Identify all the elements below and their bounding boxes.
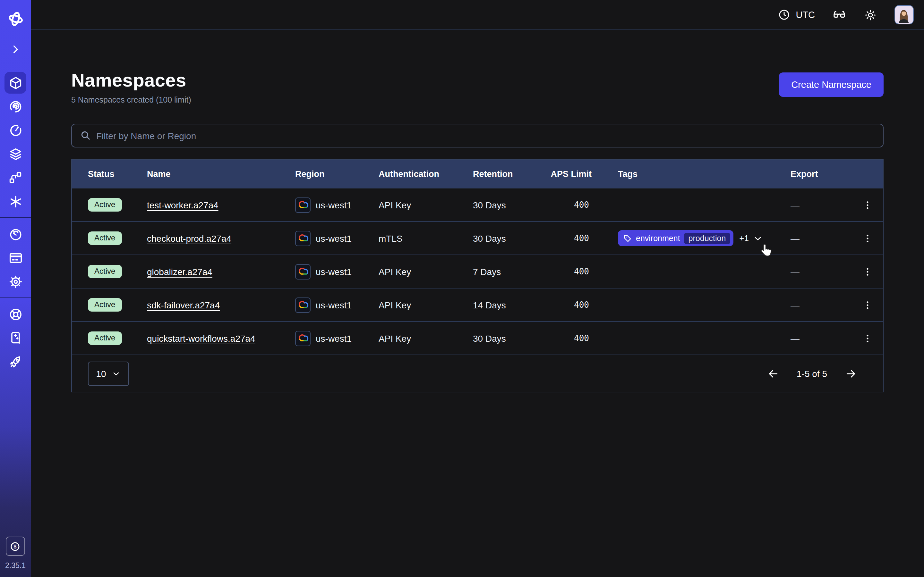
nav-branch-icon[interactable]	[5, 167, 26, 189]
table-row: Active sdk-failover.a27a4 us-west1 API K…	[72, 288, 883, 321]
export-value: —	[790, 233, 851, 243]
column-header-aps-limit: APS Limit	[545, 169, 618, 179]
temporal-logo-icon[interactable]	[5, 8, 26, 29]
search-icon	[79, 129, 92, 144]
svg-text:$: $	[14, 544, 17, 549]
gcp-cloud-icon	[295, 197, 310, 213]
namespace-link[interactable]: sdk-failover.a27a4	[147, 300, 220, 310]
chevron-down-icon	[112, 369, 121, 378]
nav-billing-card-icon[interactable]	[5, 247, 26, 269]
column-header-region: Region	[295, 169, 379, 179]
namespace-link[interactable]: quickstart-workflows.a27a4	[147, 333, 255, 343]
user-avatar[interactable]	[895, 5, 914, 24]
table-row: Active checkout-prod.a27a4 us-west1 mTLS…	[72, 221, 883, 255]
page-size-value: 10	[96, 368, 106, 379]
table-row: Active quickstart-workflows.a27a4 us-wes…	[72, 321, 883, 355]
column-header-status: Status	[88, 169, 147, 179]
arrow-right-icon	[845, 367, 857, 380]
column-header-export: Export	[790, 169, 851, 179]
tag-key: environment	[636, 234, 680, 243]
tag-value: production	[684, 232, 730, 244]
namespace-link[interactable]: checkout-prod.a27a4	[147, 233, 231, 243]
aps-limit-value: 400	[545, 334, 618, 343]
export-value: —	[790, 266, 851, 277]
region-label: us-west1	[316, 333, 352, 343]
auth-label: mTLS	[379, 233, 473, 243]
row-menu-button[interactable]	[858, 229, 876, 247]
nav-usage-gauge-icon[interactable]	[5, 223, 26, 245]
column-header-authentication: Authentication	[379, 169, 473, 179]
region-label: us-west1	[316, 233, 352, 243]
sidebar-divider	[0, 298, 31, 298]
nav-nexus-asterisk-icon[interactable]	[5, 190, 26, 212]
nav-getting-started-rocket-icon[interactable]	[5, 351, 26, 372]
row-menu-button[interactable]	[858, 263, 876, 280]
auth-label: API Key	[379, 300, 473, 310]
timezone-label: UTC	[796, 10, 815, 20]
table-row: Active globalizer.a27a4 us-west1 API Key…	[72, 255, 883, 288]
app-window: $ 2.35.1 UTC	[0, 0, 924, 577]
topbar: UTC	[31, 0, 924, 30]
row-menu-button[interactable]	[858, 329, 876, 347]
prev-page-button[interactable]	[765, 366, 780, 381]
tag-chip[interactable]: environment production	[618, 230, 733, 246]
export-value: —	[790, 333, 851, 343]
status-badge: Active	[88, 231, 121, 245]
retention-label: 30 Days	[473, 200, 545, 210]
namespace-link[interactable]: globalizer.a27a4	[147, 266, 212, 277]
export-value: —	[790, 300, 851, 310]
export-value: —	[790, 200, 851, 210]
gcp-cloud-icon	[295, 230, 310, 246]
nav-observability-eye-icon[interactable]	[5, 95, 26, 117]
table-row: Active test-worker.a27a4 us-west1 API Ke…	[72, 188, 883, 221]
tag-icon	[623, 234, 632, 243]
status-badge: Active	[88, 332, 121, 345]
namespace-count-subtitle: 5 Namespaces created (100 limit)	[71, 95, 191, 105]
row-menu-button[interactable]	[858, 196, 876, 214]
app-version: 2.35.1	[5, 562, 26, 569]
arrow-left-icon	[766, 367, 779, 380]
status-badge: Active	[88, 298, 121, 311]
aps-limit-value: 400	[545, 200, 618, 210]
tags-overflow-count: +1	[739, 234, 749, 243]
nav-namespaces-cube-icon[interactable]	[5, 72, 26, 93]
column-header-name: Name	[147, 169, 295, 179]
nav-docs-book-icon[interactable]	[5, 327, 26, 349]
main-content: Namespaces 5 Namespaces created (100 lim…	[31, 30, 924, 577]
region-label: us-west1	[316, 200, 352, 210]
filter-input[interactable]	[71, 124, 884, 147]
retention-label: 14 Days	[473, 300, 545, 310]
aps-limit-value: 400	[545, 300, 618, 309]
nav-timer-icon[interactable]	[5, 119, 26, 141]
glasses-icon[interactable]	[832, 8, 846, 22]
next-page-button[interactable]	[843, 366, 859, 381]
sidebar: $ 2.35.1	[0, 0, 31, 577]
row-menu-button[interactable]	[858, 296, 876, 314]
region-label: us-west1	[316, 266, 352, 277]
gcp-cloud-icon	[295, 330, 310, 346]
table-footer: 10 1-5 of 5	[72, 355, 883, 392]
gcp-cloud-icon	[295, 264, 310, 279]
region-label: us-west1	[316, 300, 352, 310]
retention-label: 7 Days	[473, 266, 545, 277]
tags-cell: environment production +1	[618, 230, 790, 246]
aps-limit-value: 400	[545, 267, 618, 276]
create-namespace-button[interactable]: Create Namespace	[779, 73, 884, 97]
page-size-select[interactable]: 10	[88, 361, 129, 386]
column-header-retention: Retention	[473, 169, 545, 179]
credits-badge-button[interactable]: $	[6, 537, 25, 556]
nav-stacks-layers-icon[interactable]	[5, 143, 26, 165]
tags-expand-chevron-icon[interactable]	[753, 233, 763, 243]
aps-limit-value: 400	[545, 234, 618, 243]
status-badge: Active	[88, 265, 121, 278]
sidebar-expand-chevron-icon[interactable]	[5, 39, 26, 60]
auth-label: API Key	[379, 333, 473, 343]
retention-label: 30 Days	[473, 333, 545, 343]
auth-label: API Key	[379, 266, 473, 277]
pagination-range: 1-5 of 5	[796, 368, 827, 379]
nav-settings-gear-icon[interactable]	[5, 271, 26, 292]
sun-theme-icon[interactable]	[864, 8, 877, 21]
namespace-link[interactable]: test-worker.a27a4	[147, 200, 218, 210]
nav-support-lifebuoy-icon[interactable]	[5, 303, 26, 325]
timezone-selector[interactable]: UTC	[778, 8, 815, 21]
